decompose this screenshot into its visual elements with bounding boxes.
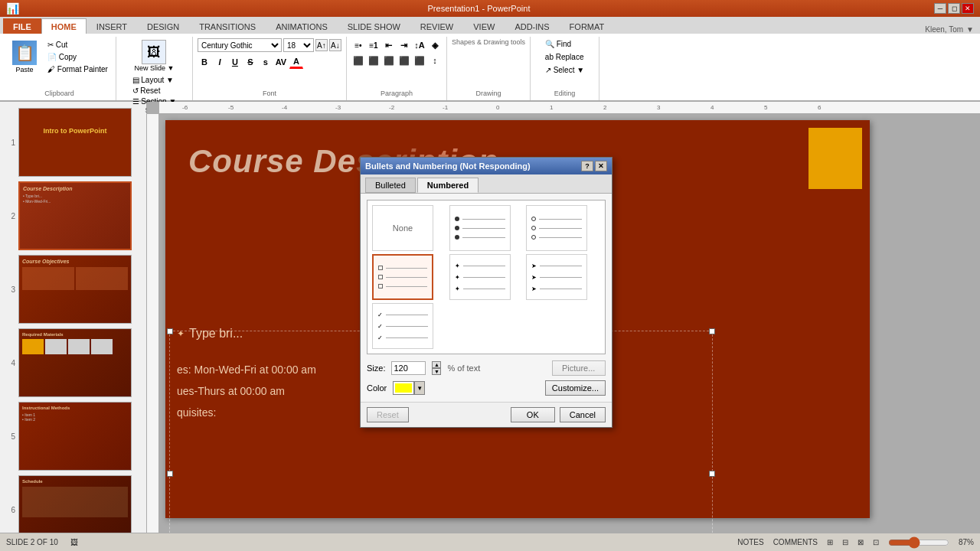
bullet-none[interactable]: None [372, 205, 433, 251]
bullets-button[interactable]: ≡• [351, 38, 365, 52]
bullet-circle-style[interactable] [526, 205, 587, 251]
font-color-button[interactable]: A [289, 55, 303, 69]
tab-file[interactable]: FILE [3, 18, 41, 34]
bold-button[interactable]: B [198, 55, 211, 69]
tab-format[interactable]: FORMAT [560, 18, 615, 34]
tab-transitions[interactable]: TRANSITIONS [189, 18, 266, 34]
slide-thumb-1[interactable]: 1 Intro to PowerPoint [3, 108, 143, 177]
font-family-select[interactable]: Century Gothic [198, 38, 282, 52]
customize-button[interactable]: Customize... [545, 380, 606, 396]
vertical-ruler [147, 114, 159, 533]
italic-button[interactable]: I [213, 55, 227, 69]
minimize-btn[interactable]: ─ [934, 3, 946, 14]
align-center[interactable]: ⬛ [367, 54, 381, 67]
dialog-close-btn[interactable]: ✕ [595, 161, 607, 171]
size-down-btn[interactable]: ▼ [432, 368, 441, 375]
zoom-slider[interactable] [888, 540, 949, 546]
reset-button[interactable]: ↺ Reset [130, 86, 179, 96]
slide-thumb-2[interactable]: 2 Course Description • Type bri... • Mon… [3, 181, 143, 250]
bullet-square-style[interactable] [372, 254, 433, 300]
format-painter-button[interactable]: 🖌 Format Painter [44, 64, 111, 75]
slide-number-5: 5 [3, 432, 15, 441]
increase-indent[interactable]: ⇥ [397, 38, 411, 52]
char-spacing-button[interactable]: AV [274, 55, 288, 69]
size-input[interactable] [391, 361, 426, 375]
font-size-increase[interactable]: A↑ [315, 39, 328, 51]
slide-thumb-4[interactable]: 4 Required Materials [3, 328, 143, 397]
font-size-decrease[interactable]: A↓ [329, 39, 341, 51]
strikethrough-button[interactable]: S [243, 55, 257, 69]
ribbon: FILE HOME INSERT DESIGN TRANSITIONS ANIM… [0, 17, 980, 102]
color-swatch[interactable] [393, 381, 414, 395]
resize-handle-tl[interactable] [167, 328, 173, 334]
new-slide-icon: 🖼 [142, 40, 166, 64]
tab-addins[interactable]: ADD-INS [505, 18, 559, 34]
dialog-help-btn[interactable]: ? [581, 161, 593, 171]
tab-design[interactable]: DESIGN [137, 18, 189, 34]
cancel-button[interactable]: Cancel [560, 407, 606, 422]
notes-button[interactable]: NOTES [737, 538, 763, 546]
tab-insert[interactable]: INSERT [87, 18, 137, 34]
picture-button[interactable]: Picture... [552, 360, 606, 376]
resize-handle-mr[interactable] [709, 471, 715, 477]
view-slide-sorter-icon[interactable]: ⊟ [842, 538, 848, 546]
reset-button[interactable]: Reset [367, 407, 409, 422]
cut-button[interactable]: ✂ Cut [44, 39, 111, 51]
comments-button[interactable]: COMMENTS [773, 538, 818, 546]
columns[interactable]: ⬛ [413, 54, 426, 67]
color-dropdown-btn[interactable]: ▼ [414, 381, 425, 395]
underline-button[interactable]: U [228, 55, 242, 69]
editing-group: 🔍 Find ab Replace ↗ Select ▼ Editing [531, 37, 599, 100]
slide-number-1: 1 [3, 139, 15, 147]
resize-handle-ml[interactable] [167, 471, 173, 477]
restore-btn[interactable]: ◻ [948, 3, 960, 14]
line-spacing[interactable]: ↕ [428, 54, 442, 67]
font-size-select[interactable]: 18 [283, 38, 314, 52]
slide-thumb-6[interactable]: 6 Schedule [3, 475, 143, 533]
tab-animations[interactable]: ANIMATIONS [266, 18, 338, 34]
convert-smartart[interactable]: ◈ [428, 38, 442, 52]
tab-home[interactable]: HOME [41, 18, 87, 34]
bullet-dot-line-1 [455, 217, 505, 221]
replace-button[interactable]: ab Replace [542, 51, 587, 63]
shadow-button[interactable]: s [259, 55, 273, 69]
view-normal-icon[interactable]: ⊞ [827, 538, 833, 546]
decrease-indent[interactable]: ⇤ [382, 38, 396, 52]
ok-button[interactable]: OK [511, 407, 555, 422]
view-presenter-icon[interactable]: ⊡ [873, 538, 879, 546]
layout-button[interactable]: ▤ Layout ▼ [130, 75, 179, 85]
slide-thumb-3[interactable]: 3 Course Objectives [3, 255, 143, 324]
bullet-arrow-line-2: ➤ [531, 274, 582, 281]
slide-number-4: 4 [3, 359, 15, 367]
bullet-dot-style[interactable] [449, 205, 511, 251]
bullet-arrow-style[interactable]: ➤ ➤ ➤ [526, 254, 587, 300]
find-button[interactable]: 🔍 Find [542, 38, 587, 50]
dialog-tab-numbered[interactable]: Numbered [417, 178, 479, 193]
select-button[interactable]: ↗ Select ▼ [542, 64, 587, 76]
bullet-circle-line-2 [531, 226, 582, 230]
text-direction[interactable]: ↕A [413, 38, 426, 52]
tab-slideshow[interactable]: SLIDE SHOW [338, 18, 410, 34]
new-slide-button[interactable]: 🖼 New Slide ▼ [132, 38, 175, 73]
status-right: NOTES COMMENTS ⊞ ⊟ ⊠ ⊡ 87% [737, 538, 974, 546]
slide-thumb-5[interactable]: 5 Instructional Methods • Item 1• Item 2 [3, 402, 143, 471]
view-reading-icon[interactable]: ⊠ [858, 538, 864, 546]
tab-review[interactable]: REVIEW [410, 18, 463, 34]
slide-preview-2: Course Description • Type bri... • Mon-W… [18, 181, 132, 250]
align-left[interactable]: ⬛ [351, 54, 365, 67]
size-up-btn[interactable]: ▲ [432, 361, 441, 368]
tab-view[interactable]: VIEW [463, 18, 505, 34]
numbering-button[interactable]: ≡1 [367, 38, 381, 52]
slide-2-title: Course Description [23, 186, 127, 191]
window-controls[interactable]: ─ ◻ ✕ [934, 3, 974, 14]
resize-handle-tr[interactable] [709, 328, 715, 334]
dialog-tab-bulleted[interactable]: Bulleted [365, 178, 416, 193]
copy-button[interactable]: 📄 Copy [44, 51, 111, 63]
close-btn[interactable]: ✕ [962, 3, 974, 14]
clipboard-label: Clipboard [8, 90, 111, 99]
align-justify[interactable]: ⬛ [397, 54, 411, 67]
bullet-check-style[interactable]: ✓ ✓ ✓ [372, 303, 433, 349]
bullet-diamond-style[interactable]: ✦ ✦ ✦ [449, 254, 511, 300]
align-right[interactable]: ⬛ [382, 54, 396, 67]
paste-button[interactable]: 📋 Paste [8, 38, 41, 76]
